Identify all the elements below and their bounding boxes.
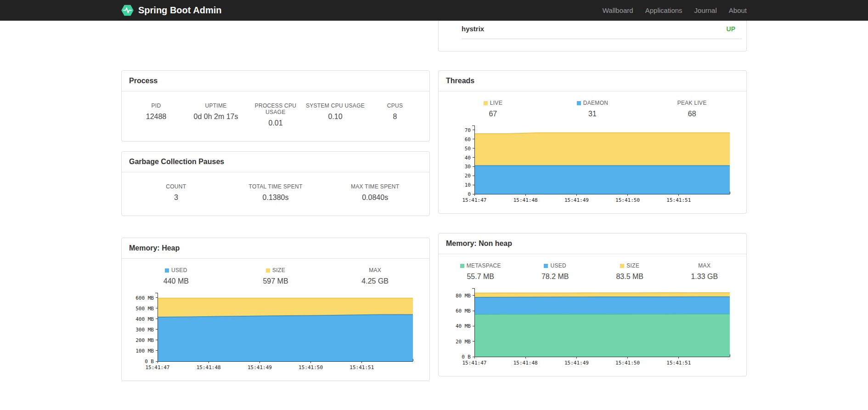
nonheap-chart: 0 B20 MB40 MB60 MB80 MB15:41:4715:41:481… [440, 285, 744, 370]
stat-system-cpu-usage: SYSTEM CPU USAGE 0.10 [305, 102, 365, 127]
legend-square-icon [544, 264, 548, 268]
svg-text:10: 10 [465, 182, 471, 188]
stat-daemon: DAEMON 31 [543, 100, 643, 118]
svg-text:15:41:49: 15:41:49 [248, 364, 272, 370]
svg-text:0: 0 [468, 191, 471, 197]
stat-value: 4.25 GB [325, 277, 425, 285]
right-column: hystrix UP Threads LIVE 67 DAEMON [438, 21, 747, 376]
legend-square-icon [460, 264, 464, 268]
svg-text:20: 20 [465, 173, 471, 179]
svg-text:60: 60 [465, 137, 471, 142]
heap-chart: 0 B100 MB200 MB300 MB400 MB500 MB600 MB1… [123, 290, 427, 375]
nav-links: Wallboard Applications Journal About [597, 6, 747, 14]
stat-uptime: UPTIME 0d 0h 2m 17s [186, 102, 246, 127]
svg-text:15:41:47: 15:41:47 [462, 197, 487, 203]
stat-label: MAX [698, 262, 710, 269]
stat-metaspace: METASPACE 55.7 MB [443, 262, 518, 281]
stat-label: SIZE [272, 267, 285, 273]
stat-peak-live: PEAK LIVE 68 [642, 100, 742, 118]
stat-count: COUNT 3 [126, 183, 226, 202]
stat-value: 31 [543, 110, 643, 118]
svg-text:15:41:49: 15:41:49 [564, 197, 589, 203]
svg-text:500 MB: 500 MB [135, 306, 154, 312]
stat-label: MAX TIME SPENT [351, 183, 399, 190]
stat-nonheap-size: SIZE 83.5 MB [592, 262, 667, 281]
stat-nonheap-used: USED 78.2 MB [518, 262, 593, 281]
stat-label: PID [152, 102, 161, 109]
svg-text:15:41:51: 15:41:51 [666, 197, 691, 203]
svg-text:40: 40 [465, 155, 471, 161]
stat-value: 0d 0h 2m 17s [186, 113, 246, 121]
gc-card: Garbage Collection Pauses COUNT 3 TOTAL … [121, 151, 430, 216]
memory-nonheap-card: Memory: Non heap METASPACE 55.7 MB USED … [438, 233, 747, 376]
legend-square-icon [165, 268, 169, 273]
stat-live: LIVE 67 [443, 100, 543, 118]
nonheap-stats: METASPACE 55.7 MB USED 78.2 MB SIZE [439, 254, 746, 284]
heap-stats: USED 440 MB SIZE 597 MB MAX 4.25 GB [122, 259, 429, 288]
legend-square-icon [266, 268, 270, 273]
stat-label: USED [550, 262, 566, 269]
threads-card: Threads LIVE 67 DAEMON 31 [438, 70, 747, 214]
stat-cpus: CPUS 8 [365, 102, 425, 127]
brand-title: Spring Boot Admin [138, 5, 221, 16]
stat-label: METASPACE [467, 262, 501, 269]
spring-boot-admin-logo-icon [121, 4, 134, 17]
stat-value: 0.01 [246, 119, 305, 127]
svg-text:80 MB: 80 MB [456, 293, 471, 299]
nav-item-about[interactable]: About [723, 6, 747, 14]
stat-value: 68 [642, 110, 742, 118]
stat-pid: PID 12488 [126, 102, 186, 127]
memory-heap-card: Memory: Heap USED 440 MB SIZE 597 MB [121, 238, 430, 381]
svg-text:15:41:47: 15:41:47 [146, 364, 170, 370]
threads-stats: LIVE 67 DAEMON 31 PEAK LIVE 68 [439, 91, 746, 121]
svg-text:0 B: 0 B [462, 354, 471, 360]
stat-label: PROCESS CPU USAGE [246, 102, 305, 115]
nav-item-applications[interactable]: Applications [639, 6, 688, 14]
brand[interactable]: Spring Boot Admin [121, 4, 221, 17]
threads-chart: 01020304050607015:41:4715:41:4815:41:491… [440, 123, 744, 208]
svg-text:300 MB: 300 MB [135, 327, 154, 333]
svg-text:50: 50 [465, 146, 471, 152]
svg-text:15:41:50: 15:41:50 [615, 360, 640, 366]
navbar-inner: Spring Boot Admin Wallboard Applications… [121, 0, 747, 21]
stat-label: COUNT [166, 183, 186, 190]
memory-nonheap-card-title: Memory: Non heap [439, 233, 746, 254]
stat-value: 12488 [126, 113, 186, 121]
svg-text:0 B: 0 B [145, 359, 154, 364]
stat-label: CPUS [387, 102, 403, 109]
stat-label: LIVE [490, 100, 502, 106]
svg-text:15:41:51: 15:41:51 [349, 364, 374, 370]
legend-square-icon [620, 264, 624, 268]
svg-text:15:41:47: 15:41:47 [462, 360, 487, 366]
health-row-hystrix: hystrix UP [462, 21, 742, 39]
process-card-title: Process [122, 71, 429, 91]
svg-text:100 MB: 100 MB [135, 348, 154, 354]
gc-card-title: Garbage Collection Pauses [122, 152, 429, 172]
stat-label: PEAK LIVE [677, 100, 707, 106]
stat-label: SYSTEM CPU USAGE [306, 102, 365, 109]
svg-text:200 MB: 200 MB [135, 337, 154, 343]
gc-stats: COUNT 3 TOTAL TIME SPENT 0.1380s MAX TIM… [122, 172, 429, 216]
svg-text:15:41:48: 15:41:48 [197, 364, 221, 370]
legend-square-icon [577, 101, 581, 105]
svg-text:70: 70 [465, 127, 471, 133]
stat-value: 55.7 MB [443, 273, 518, 281]
svg-text:15:41:49: 15:41:49 [564, 360, 589, 366]
navbar: Spring Boot Admin Wallboard Applications… [0, 0, 868, 21]
stat-label: TOTAL TIME SPENT [248, 183, 302, 190]
svg-text:20 MB: 20 MB [456, 339, 471, 345]
nav-item-wallboard[interactable]: Wallboard [597, 6, 639, 14]
svg-text:15:41:50: 15:41:50 [299, 364, 323, 370]
stat-value: 0.10 [305, 113, 365, 121]
nav-item-journal[interactable]: Journal [688, 6, 723, 14]
stat-heap-used: USED 440 MB [126, 267, 226, 285]
stat-value: 1.33 GB [667, 273, 742, 281]
svg-text:400 MB: 400 MB [135, 316, 154, 322]
stat-value: 440 MB [126, 277, 226, 285]
stat-value: 0.1380s [226, 194, 326, 202]
process-stats: PID 12488 UPTIME 0d 0h 2m 17s PROCESS CP… [122, 91, 429, 141]
main-content: Process PID 12488 UPTIME 0d 0h 2m 17s PR… [121, 21, 747, 381]
stat-value: 597 MB [226, 277, 326, 285]
stat-label: MAX [369, 267, 381, 273]
svg-text:60 MB: 60 MB [456, 308, 471, 314]
